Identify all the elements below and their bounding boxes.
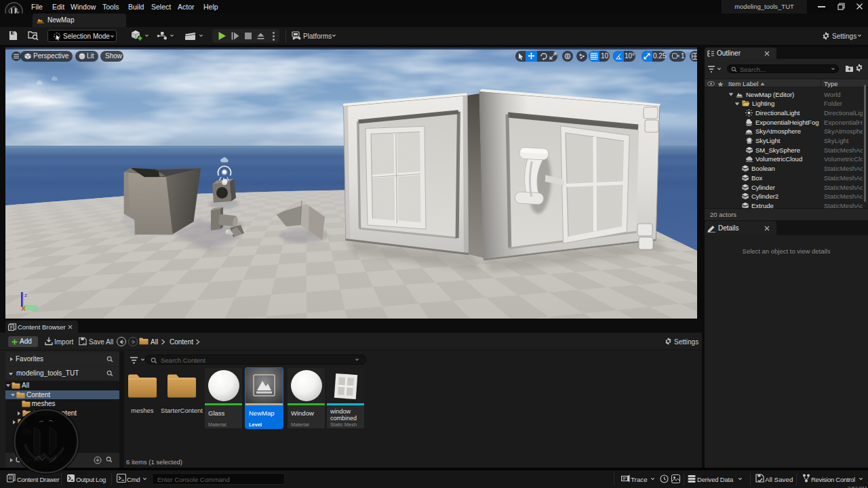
svg-text:z: z (24, 292, 27, 298)
